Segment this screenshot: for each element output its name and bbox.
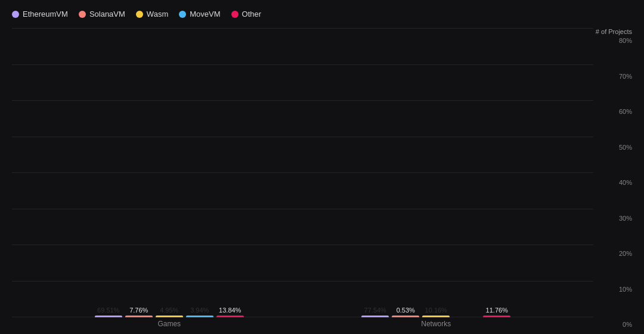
legend-item-other: Other bbox=[231, 10, 262, 18]
legend-dot bbox=[79, 11, 86, 18]
bar-wrap-solanavm: 7.76% bbox=[125, 307, 153, 317]
y-axis-label: 50% bbox=[593, 144, 632, 151]
y-axis-label: 80% bbox=[593, 38, 632, 44]
bar-value-label: 10.16% bbox=[425, 307, 447, 314]
bar-wrap-solanavm: 0.53% bbox=[392, 307, 419, 317]
y-axis-right: # of Projects 80%70%60%50%40%30%20%10%0% bbox=[593, 28, 632, 328]
y-axis-label: 30% bbox=[593, 215, 632, 222]
y-axis-label: 40% bbox=[593, 180, 632, 186]
group-networks: 77.54%0.53%10.16%11.76% bbox=[303, 307, 570, 317]
bar-wrap-other: 13.84% bbox=[216, 307, 244, 317]
legend-label: MoveVM bbox=[190, 10, 220, 18]
y-axis-label: 20% bbox=[593, 250, 632, 257]
chart-inner: 69.51%7.76%4.95%3.94%13.84%77.54%0.53%10… bbox=[12, 28, 593, 317]
plot-area: 69.51%7.76%4.95%3.94%13.84%77.54%0.53%10… bbox=[12, 28, 593, 317]
bar-wrap-movevm: 3.94% bbox=[186, 307, 213, 317]
y-axis-title: # of Projects bbox=[593, 28, 632, 35]
bar-ethereumvm bbox=[361, 316, 389, 317]
bar-value-label: 13.84% bbox=[219, 307, 241, 314]
y-axis-label: 70% bbox=[593, 73, 632, 80]
x-label-games: Games bbox=[36, 320, 303, 328]
y-axis-label: 10% bbox=[593, 286, 632, 293]
legend-item-ethereumvm: EthereumVM bbox=[12, 10, 68, 18]
bar-wasm bbox=[422, 316, 450, 317]
y-labels: 80%70%60%50%40%30%20%10%0% bbox=[593, 38, 632, 328]
bar-value-label: 77.54% bbox=[364, 307, 386, 314]
y-axis-label: 60% bbox=[593, 109, 632, 115]
legend-label: SolanaVM bbox=[89, 10, 125, 18]
bar-other bbox=[483, 316, 510, 317]
bar-value-label: 69.51% bbox=[97, 307, 119, 314]
x-labels-row: GamesNetworks bbox=[12, 320, 593, 328]
x-label-networks: Networks bbox=[303, 320, 570, 328]
legend-dot bbox=[179, 11, 186, 18]
bar-solanavm bbox=[125, 316, 153, 317]
bar-movevm bbox=[186, 316, 213, 317]
bar-wrap-ethereumvm: 69.51% bbox=[95, 307, 122, 317]
legend-label: Wasm bbox=[147, 10, 168, 18]
legend-item-movevm: MoveVM bbox=[179, 10, 220, 18]
chart-area: 69.51%7.76%4.95%3.94%13.84%77.54%0.53%10… bbox=[12, 28, 632, 328]
bar-value-label: 7.76% bbox=[129, 307, 148, 314]
bar-value-label: 3.94% bbox=[190, 307, 209, 314]
bar-value-label: 11.76% bbox=[486, 307, 508, 314]
legend-item-solanavm: SolanaVM bbox=[79, 10, 125, 18]
bar-ethereumvm bbox=[95, 316, 122, 317]
group-bars: 69.51%7.76%4.95%3.94%13.84% bbox=[36, 307, 303, 317]
legend-label: Other bbox=[242, 10, 262, 18]
bar-wasm bbox=[156, 316, 183, 317]
group-games: 69.51%7.76%4.95%3.94%13.84% bbox=[36, 307, 303, 317]
bar-wrap-wasm: 4.95% bbox=[156, 307, 183, 317]
legend-item-wasm: Wasm bbox=[136, 10, 168, 18]
bar-wrap-other: 11.76% bbox=[483, 307, 510, 317]
bar-solanavm bbox=[392, 316, 419, 317]
y-axis-label: 0% bbox=[593, 321, 632, 328]
legend-dot bbox=[12, 11, 19, 18]
legend-dot bbox=[136, 11, 143, 18]
bar-value-label: 4.95% bbox=[160, 307, 178, 314]
bar-wrap-ethereumvm: 77.54% bbox=[361, 307, 389, 317]
legend-dot bbox=[231, 11, 239, 18]
legend-label: EthereumVM bbox=[23, 10, 68, 18]
bar-other bbox=[216, 316, 244, 317]
bar-wrap-movevm bbox=[453, 316, 480, 317]
chart-legend: EthereumVM SolanaVM Wasm MoveVM Other bbox=[12, 10, 632, 18]
group-bars: 77.54%0.53%10.16%11.76% bbox=[303, 307, 570, 317]
chart-main: 69.51%7.76%4.95%3.94%13.84%77.54%0.53%10… bbox=[12, 28, 593, 328]
bar-wrap-wasm: 10.16% bbox=[422, 307, 450, 317]
bars-container: 69.51%7.76%4.95%3.94%13.84%77.54%0.53%10… bbox=[12, 28, 593, 317]
bar-value-label: 0.53% bbox=[397, 307, 415, 314]
